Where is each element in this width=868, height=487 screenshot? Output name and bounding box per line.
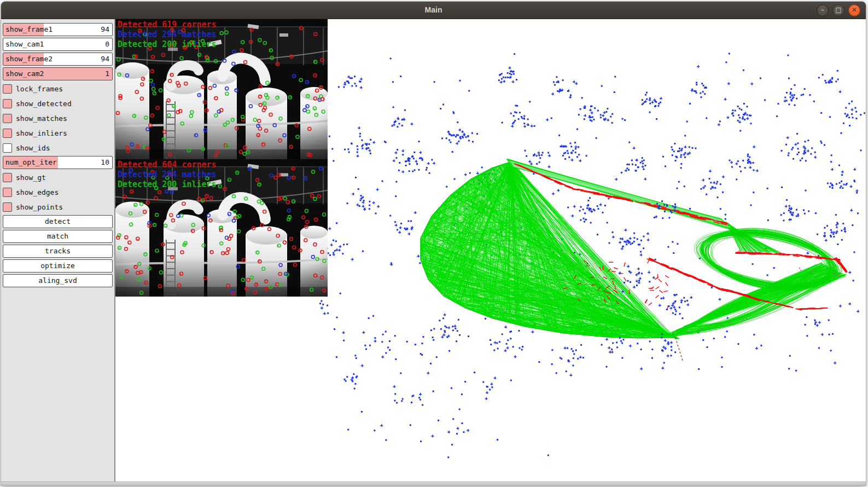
checkbox-label: lock_frames bbox=[16, 85, 63, 93]
checkbox-box[interactable] bbox=[3, 188, 12, 197]
overlay-line: Detected 294 matches bbox=[118, 170, 217, 179]
checkbox-show_ids[interactable]: show_ids bbox=[3, 141, 113, 154]
button-detect[interactable]: detect bbox=[3, 215, 113, 228]
titlebar[interactable]: Main – □ ✕ bbox=[1, 2, 866, 19]
slider-label: show_cam2 bbox=[5, 69, 44, 78]
maximize-button[interactable]: □ bbox=[832, 4, 844, 16]
slider-label: show_cam1 bbox=[5, 40, 44, 48]
window-title: Main bbox=[1, 5, 866, 14]
checkbox-label: show_points bbox=[16, 203, 63, 211]
slider-label: show_frame1 bbox=[5, 25, 53, 33]
slider-show_frame1[interactable]: show_frame194 bbox=[3, 23, 113, 36]
checkbox-box[interactable] bbox=[3, 143, 12, 153]
window-bottom-edge bbox=[1, 482, 866, 485]
window-content: show_frame194show_cam10show_frame294show… bbox=[1, 19, 866, 482]
window-controls: – □ ✕ bbox=[817, 4, 860, 16]
camera-view-1: Detected 619 cornersDetected 294 matches… bbox=[115, 19, 328, 159]
control-panel: show_frame194show_cam10show_frame294show… bbox=[1, 19, 115, 482]
checkbox-show_detected[interactable]: show_detected bbox=[3, 97, 113, 110]
checkbox-box[interactable] bbox=[3, 84, 12, 94]
main-window: Main – □ ✕ show_frame194show_cam10show_f… bbox=[1, 2, 866, 485]
button-match[interactable]: match bbox=[3, 230, 113, 243]
minimize-icon: – bbox=[817, 4, 828, 15]
checkbox-lock_frames[interactable]: lock_frames bbox=[3, 82, 113, 95]
checkbox-label: show_ids bbox=[16, 144, 50, 152]
close-icon: ✕ bbox=[849, 4, 860, 15]
slider-value: 1 bbox=[105, 69, 109, 78]
slider-show_cam1[interactable]: show_cam10 bbox=[3, 38, 113, 51]
maximize-icon: □ bbox=[833, 4, 844, 15]
slider-value: 0 bbox=[105, 40, 109, 48]
slider-show_cam2[interactable]: show_cam21 bbox=[3, 67, 113, 80]
checkbox-show_edges[interactable]: show_edges bbox=[3, 185, 113, 199]
checkbox-show_matches[interactable]: show_matches bbox=[3, 112, 113, 125]
slider-num_opt_iter[interactable]: num_opt_iter10 bbox=[3, 156, 113, 169]
minimize-button[interactable]: – bbox=[817, 4, 829, 16]
gl-viewport[interactable]: Detected 619 cornersDetected 294 matches… bbox=[115, 19, 866, 482]
slider-label: show_frame2 bbox=[5, 55, 53, 63]
overlay-line: Detected 604 corners bbox=[118, 160, 217, 170]
button-tracks[interactable]: tracks bbox=[3, 245, 113, 258]
overlay-line: Detected 294 matches bbox=[118, 30, 217, 39]
checkbox-show_inliers[interactable]: show_inliers bbox=[3, 126, 113, 140]
checkbox-label: show_matches bbox=[16, 114, 67, 123]
checkbox-box[interactable] bbox=[3, 114, 12, 123]
checkbox-box[interactable] bbox=[3, 173, 12, 182]
button-aling_svd[interactable]: aling_svd bbox=[3, 274, 113, 287]
checkbox-box[interactable] bbox=[3, 99, 12, 108]
slider-value: 94 bbox=[101, 55, 109, 63]
slider-value: 10 bbox=[101, 158, 109, 166]
checkbox-show_points[interactable]: show_points bbox=[3, 200, 113, 213]
camera-view-2: Detected 604 cornersDetected 294 matches… bbox=[115, 159, 328, 297]
checkbox-label: show_detected bbox=[16, 100, 72, 108]
checkbox-label: show_gt bbox=[16, 173, 46, 182]
close-button[interactable]: ✕ bbox=[848, 4, 860, 16]
slider-value: 94 bbox=[101, 25, 109, 33]
button-optimize[interactable]: optimize bbox=[3, 259, 113, 273]
checkbox-box[interactable] bbox=[3, 129, 12, 138]
camera-overlay-text: Detected 604 cornersDetected 294 matches… bbox=[118, 160, 217, 189]
checkbox-show_gt[interactable]: show_gt bbox=[3, 171, 113, 184]
slider-label: num_opt_iter bbox=[5, 158, 57, 166]
camera-overlay-text: Detected 619 cornersDetected 294 matches… bbox=[118, 20, 217, 49]
overlay-line: Detected 619 corners bbox=[118, 20, 217, 30]
checkbox-label: show_inliers bbox=[16, 129, 67, 137]
overlay-line: Detected 200 inliers bbox=[118, 179, 217, 189]
checkbox-label: show_edges bbox=[16, 188, 59, 196]
slider-show_frame2[interactable]: show_frame294 bbox=[3, 53, 113, 66]
checkbox-box[interactable] bbox=[3, 202, 12, 212]
overlay-line: Detected 200 inliers bbox=[118, 39, 217, 49]
